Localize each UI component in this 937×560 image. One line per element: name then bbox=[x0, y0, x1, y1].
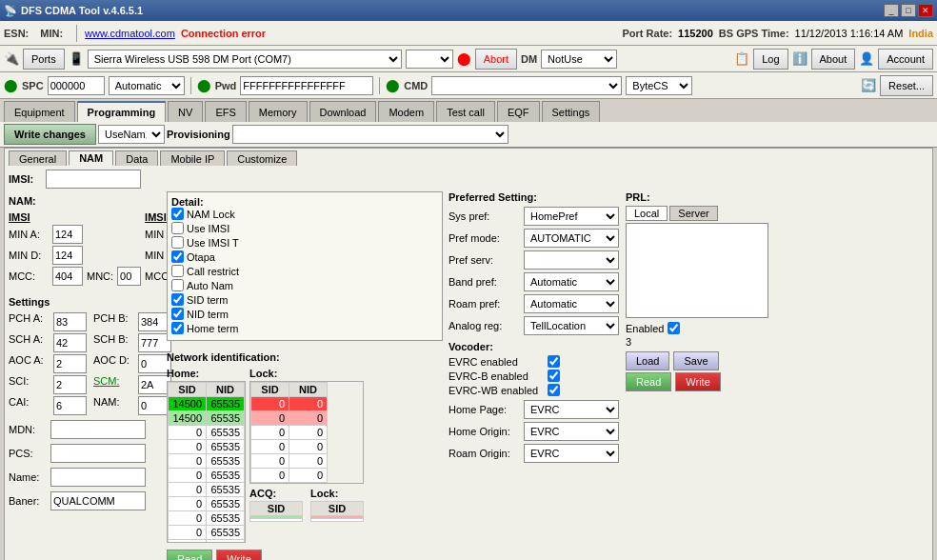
evrcb-check[interactable] bbox=[548, 370, 560, 382]
nidterm-check[interactable] bbox=[171, 308, 184, 320]
namlock-check[interactable] bbox=[171, 208, 184, 220]
tab-testcall[interactable]: Test call bbox=[436, 101, 495, 122]
evrcwb-check[interactable] bbox=[548, 384, 560, 396]
scha-input[interactable] bbox=[53, 333, 87, 352]
scm-label: SCM: bbox=[93, 375, 136, 394]
table-row: 1450065535 bbox=[169, 411, 245, 426]
abort-button[interactable]: Abort bbox=[475, 49, 517, 70]
dm-select[interactable]: NotUse bbox=[541, 50, 617, 69]
about-button[interactable]: About bbox=[811, 49, 856, 70]
tab-memory[interactable]: Memory bbox=[249, 101, 308, 122]
inner-tab-mobileip[interactable]: Mobile IP bbox=[160, 150, 225, 166]
account-button[interactable]: Account bbox=[878, 49, 933, 70]
inner-tab-data[interactable]: Data bbox=[115, 150, 158, 166]
website-link[interactable]: www.cdmatool.com bbox=[85, 28, 175, 39]
otapa-check[interactable] bbox=[171, 250, 184, 263]
sci-input[interactable] bbox=[53, 375, 87, 394]
net-write-button[interactable]: Write bbox=[216, 550, 261, 560]
cai-input[interactable] bbox=[53, 396, 87, 415]
mnc-input[interactable] bbox=[117, 267, 141, 286]
home-sid-8: 0 bbox=[169, 511, 207, 526]
log-button[interactable]: Log bbox=[753, 49, 787, 70]
evrcb-label: EVRC-B enabled bbox=[449, 370, 544, 382]
nam-header: NAM: bbox=[9, 195, 161, 207]
roampref-select[interactable]: Automatic bbox=[524, 294, 619, 313]
spc-input[interactable] bbox=[48, 76, 105, 95]
india-link[interactable]: India bbox=[908, 28, 933, 39]
home-sid-0: 14500 bbox=[169, 397, 207, 411]
port-extra-select[interactable] bbox=[406, 50, 453, 69]
bytecs-select[interactable]: ByteCS bbox=[626, 76, 692, 95]
homeorigin-label: Home Origin: bbox=[449, 426, 520, 437]
spc-mode-select[interactable]: Automatic bbox=[109, 76, 185, 95]
tab-equipment[interactable]: Equipment bbox=[4, 101, 75, 122]
content-area: NAM: IMSI MIN A: MIN D: MCC: bbox=[9, 191, 928, 560]
baner-input[interactable] bbox=[50, 491, 146, 510]
maximize-button[interactable]: □ bbox=[901, 4, 916, 17]
name-label: Name: bbox=[9, 471, 47, 483]
roamorigin-select[interactable]: EVRC bbox=[524, 444, 619, 463]
mdn-input[interactable] bbox=[50, 420, 146, 439]
inner-tab-general[interactable]: General bbox=[9, 150, 67, 166]
aoca-input[interactable] bbox=[53, 354, 87, 373]
mind-input[interactable] bbox=[52, 246, 83, 265]
tab-nv[interactable]: NV bbox=[168, 101, 203, 122]
net-read-button[interactable]: Read bbox=[167, 550, 212, 560]
analogreg-select[interactable]: TellLocation bbox=[524, 316, 619, 335]
reset-button[interactable]: Reset... bbox=[880, 75, 933, 96]
sidterm-check[interactable] bbox=[171, 293, 184, 306]
evrc-check[interactable] bbox=[548, 355, 560, 368]
homepage-select[interactable]: EVRC bbox=[524, 400, 619, 419]
tab-eqf[interactable]: EQF bbox=[497, 101, 540, 122]
home-section: Home: SIDNID 1450065535 1450065535 06553… bbox=[167, 368, 246, 543]
cmd-select[interactable] bbox=[431, 76, 622, 95]
write-changes-button[interactable]: Write changes bbox=[4, 124, 96, 145]
homeorigin-select[interactable]: EVRC bbox=[524, 422, 619, 441]
table-row: 1450065535 bbox=[169, 397, 245, 411]
minimize-button[interactable]: _ bbox=[884, 4, 899, 17]
vocoder-header: Vocoder: bbox=[449, 341, 620, 352]
prl-local-tab[interactable]: Local bbox=[626, 206, 668, 221]
pcs-input[interactable] bbox=[50, 444, 146, 463]
tab-efs[interactable]: EFS bbox=[205, 101, 246, 122]
prl-load-button[interactable]: Load bbox=[626, 351, 669, 370]
account-icon: 👤 bbox=[859, 51, 874, 66]
ports-button[interactable]: Ports bbox=[23, 49, 65, 70]
tab-programming[interactable]: Programming bbox=[77, 101, 167, 122]
tab-modem[interactable]: Modem bbox=[378, 101, 434, 122]
enabled-check[interactable] bbox=[668, 322, 680, 334]
prefserv-select[interactable] bbox=[524, 250, 619, 270]
prl-save-button[interactable]: Save bbox=[673, 351, 718, 370]
close-button[interactable]: ✕ bbox=[918, 4, 933, 17]
home-table: SIDNID 1450065535 1450065535 065535 0655… bbox=[168, 382, 245, 543]
prefmode-select[interactable]: AUTOMATIC bbox=[524, 229, 619, 248]
usenam-select[interactable]: UseNam1 bbox=[98, 125, 165, 144]
callrestrict-check[interactable] bbox=[171, 265, 184, 277]
mina-input[interactable] bbox=[52, 225, 83, 244]
provisioning-select[interactable] bbox=[232, 125, 508, 144]
table-row: 065535 bbox=[169, 497, 245, 511]
aocd-label: AOC D: bbox=[93, 354, 136, 373]
pcha-input[interactable] bbox=[53, 312, 87, 331]
useimsi-check[interactable] bbox=[171, 222, 184, 234]
pwd-input[interactable] bbox=[240, 76, 373, 95]
name-input[interactable] bbox=[50, 468, 146, 487]
syspref-row: Sys pref: HomePref bbox=[449, 207, 620, 226]
prl-write-button[interactable]: Write bbox=[675, 372, 720, 391]
useimsit-label: Use IMSI T bbox=[187, 237, 239, 249]
useimsit-check[interactable] bbox=[171, 236, 184, 249]
prl-read-button[interactable]: Read bbox=[626, 372, 671, 391]
tab-settings[interactable]: Settings bbox=[542, 101, 601, 122]
mcc-input[interactable] bbox=[52, 267, 83, 286]
syspref-select[interactable]: HomePref bbox=[524, 207, 619, 226]
imsi-input[interactable] bbox=[46, 170, 141, 189]
inner-tab-customize[interactable]: Customize bbox=[227, 150, 297, 166]
hometerm-check[interactable] bbox=[171, 322, 184, 334]
tab-download[interactable]: Download bbox=[309, 101, 377, 122]
prl-server-tab[interactable]: Server bbox=[669, 206, 717, 221]
autonam-check[interactable] bbox=[171, 279, 184, 291]
port-select[interactable]: Sierra Wireless USB 598 DM Port (COM7) bbox=[88, 50, 402, 69]
inner-tab-nam[interactable]: NAM bbox=[69, 150, 113, 166]
baner-row: Baner: bbox=[9, 491, 161, 510]
bandpref-select[interactable]: Automatic bbox=[524, 272, 619, 291]
